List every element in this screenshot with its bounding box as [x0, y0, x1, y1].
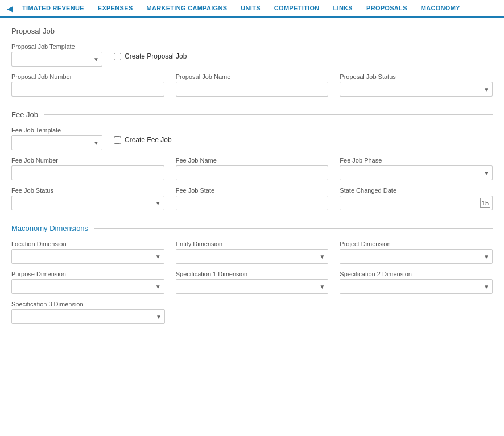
- proposal-job-header: Proposal Job: [11, 27, 493, 35]
- fee-job-state-group: Fee Job State: [176, 187, 329, 210]
- proposal-job-name-input[interactable]: [176, 82, 329, 97]
- create-fee-job-checkbox[interactable]: [114, 136, 121, 144]
- fee-job-template-label: Fee Job Template: [11, 127, 102, 134]
- state-changed-date-wrapper: 15: [340, 196, 493, 210]
- location-dimension-group: Location Dimension ▼: [11, 240, 164, 264]
- fee-job-row1: Fee Job Template ▼ Create Fee Job: [11, 127, 493, 150]
- fee-job-status-group: Fee Job Status ▼: [11, 187, 164, 210]
- location-dimension-select[interactable]: [11, 249, 164, 264]
- navigation-tabs: ◀ TIMATED REVENUE EXPENSES MARKETING CAM…: [0, 0, 504, 18]
- proposal-job-status-label: Proposal Job Status: [340, 73, 493, 80]
- proposal-job-section: Proposal Job Proposal Job Template ▼ Cre…: [11, 27, 493, 97]
- fee-job-phase-group: Fee Job Phase ▼: [340, 157, 493, 180]
- fee-job-name-label: Fee Job Name: [176, 157, 329, 164]
- proposal-job-template-group: Proposal Job Template ▼: [11, 43, 102, 67]
- spec3-dimension-group: Specification 3 Dimension ▼: [11, 301, 165, 324]
- purpose-dimension-label: Purpose Dimension: [11, 271, 164, 277]
- create-fee-job-group: Create Fee Job: [114, 127, 172, 144]
- tab-expenses[interactable]: EXPENSES: [91, 0, 140, 18]
- fee-job-title: Fee Job: [11, 110, 44, 119]
- project-dimension-label: Project Dimension: [340, 240, 493, 247]
- entity-dimension-select[interactable]: [176, 249, 329, 264]
- proposal-job-template-select[interactable]: [11, 52, 102, 67]
- tab-competition[interactable]: COMPETITION: [267, 0, 327, 18]
- proposal-job-number-label: Proposal Job Number: [11, 73, 164, 80]
- state-changed-date-input[interactable]: [340, 196, 493, 210]
- entity-dimension-label: Entity Dimension: [176, 240, 329, 247]
- proposal-job-number-group: Proposal Job Number: [11, 73, 164, 97]
- proposal-job-number-input[interactable]: [11, 82, 164, 97]
- fee-job-phase-select[interactable]: [340, 165, 493, 180]
- spec3-dimension-label: Specification 3 Dimension: [11, 301, 165, 308]
- fee-job-phase-label: Fee Job Phase: [340, 157, 493, 164]
- state-changed-date-group: State Changed Date 15: [340, 187, 493, 210]
- spec3-dimension-select-wrapper: ▼: [11, 309, 165, 324]
- entity-dimension-select-wrapper: ▼: [176, 249, 329, 264]
- proposal-job-template-select-wrapper: ▼: [11, 52, 102, 67]
- maconomy-dimensions-divider: [94, 228, 493, 229]
- fee-job-row3: Fee Job Status ▼ Fee Job State State Cha…: [11, 187, 493, 210]
- fee-job-template-select-wrapper: ▼: [11, 135, 102, 150]
- spec2-dimension-label: Specification 2 Dimension: [340, 271, 493, 277]
- spec1-dimension-group: Specification 1 Dimension ▼: [176, 271, 329, 294]
- fee-job-template-select[interactable]: [11, 135, 102, 150]
- spec1-dimension-label: Specification 1 Dimension: [176, 271, 329, 277]
- main-content: Proposal Job Proposal Job Template ▼ Cre…: [0, 18, 504, 347]
- entity-dimension-group: Entity Dimension ▼: [176, 240, 329, 264]
- nav-arrow-left[interactable]: ◀: [5, 4, 15, 13]
- maconomy-dimensions-title: Maconomy Dimensions: [11, 224, 94, 232]
- fee-job-name-group: Fee Job Name: [176, 157, 329, 180]
- proposal-job-row2: Proposal Job Number Proposal Job Name Pr…: [11, 73, 493, 97]
- create-proposal-job-label: Create Proposal Job: [125, 52, 187, 60]
- proposal-job-status-group: Proposal Job Status ▼: [340, 73, 493, 97]
- proposal-job-status-select-wrapper: ▼: [340, 82, 493, 97]
- dimensions-row3: Specification 3 Dimension ▼: [11, 301, 493, 324]
- fee-job-status-select[interactable]: [11, 196, 164, 210]
- proposal-job-row1: Proposal Job Template ▼ Create Proposal …: [11, 43, 493, 67]
- spec2-dimension-group: Specification 2 Dimension ▼: [340, 271, 493, 294]
- fee-job-phase-select-wrapper: ▼: [340, 165, 493, 180]
- fee-job-header: Fee Job: [11, 110, 493, 119]
- fee-job-row2: Fee Job Number Fee Job Name Fee Job Phas…: [11, 157, 493, 180]
- tab-units[interactable]: UNITS: [234, 0, 267, 18]
- spec1-dimension-select[interactable]: [176, 279, 329, 294]
- fee-job-name-input[interactable]: [176, 165, 329, 180]
- proposal-job-template-label: Proposal Job Template: [11, 43, 102, 50]
- purpose-dimension-select[interactable]: [11, 279, 164, 294]
- spec3-dimension-select[interactable]: [11, 309, 165, 324]
- fee-job-status-label: Fee Job Status: [11, 187, 164, 194]
- spec1-dimension-select-wrapper: ▼: [176, 279, 329, 294]
- location-dimension-label: Location Dimension: [11, 240, 164, 247]
- create-proposal-job-checkbox[interactable]: [114, 53, 121, 60]
- fee-job-number-input[interactable]: [11, 165, 164, 180]
- tab-estimated-revenue[interactable]: TIMATED REVENUE: [15, 0, 91, 18]
- fee-job-section: Fee Job Fee Job Template ▼ Create Fee Jo…: [11, 110, 493, 210]
- tab-links[interactable]: LINKS: [327, 0, 360, 18]
- purpose-dimension-select-wrapper: ▼: [11, 279, 164, 294]
- fee-job-state-input[interactable]: [176, 196, 329, 210]
- spec2-dimension-select[interactable]: [340, 279, 493, 294]
- proposal-job-status-select[interactable]: [340, 82, 493, 97]
- fee-job-number-label: Fee Job Number: [11, 157, 164, 164]
- tab-maconomy[interactable]: MACONOMY: [414, 0, 467, 18]
- create-fee-job-label: Create Fee Job: [125, 136, 172, 144]
- state-changed-date-label: State Changed Date: [340, 187, 493, 194]
- project-dimension-select[interactable]: [340, 249, 493, 264]
- fee-job-divider: [44, 114, 493, 115]
- project-dimension-select-wrapper: ▼: [340, 249, 493, 264]
- fee-job-status-select-wrapper: ▼: [11, 196, 164, 210]
- tab-proposals[interactable]: PROPOSALS: [360, 0, 414, 18]
- dimensions-row2: Purpose Dimension ▼ Specification 1 Dime…: [11, 271, 493, 294]
- create-proposal-job-group: Create Proposal Job: [114, 43, 187, 60]
- spec2-dimension-select-wrapper: ▼: [340, 279, 493, 294]
- maconomy-dimensions-section: Maconomy Dimensions Location Dimension ▼…: [11, 224, 493, 324]
- maconomy-dimensions-header: Maconomy Dimensions: [11, 224, 493, 232]
- proposal-job-name-group: Proposal Job Name: [176, 73, 329, 97]
- fee-job-number-group: Fee Job Number: [11, 157, 164, 180]
- proposal-job-title: Proposal Job: [11, 27, 60, 35]
- purpose-dimension-group: Purpose Dimension ▼: [11, 271, 164, 294]
- dimensions-row1: Location Dimension ▼ Entity Dimension ▼: [11, 240, 493, 264]
- proposal-job-divider: [60, 31, 493, 31]
- location-dimension-select-wrapper: ▼: [11, 249, 164, 264]
- tab-marketing-campaigns[interactable]: MARKETING CAMPAIGNS: [140, 0, 234, 18]
